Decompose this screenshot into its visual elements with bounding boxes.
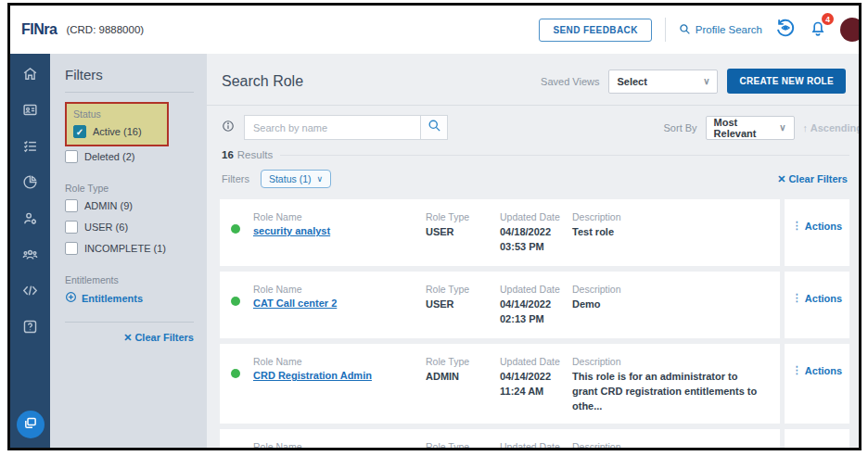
filter-roletype-incomplete[interactable]: INCOMPLETE (1): [65, 242, 194, 255]
nav-profile[interactable]: [22, 103, 39, 120]
nav-reports[interactable]: [22, 175, 39, 192]
description-value: Test role: [572, 225, 765, 240]
checkbox-icon[interactable]: [65, 221, 78, 234]
actions-label: Actions: [805, 293, 842, 304]
crd-number: (CRD: 9888000): [66, 24, 144, 35]
chevron-down-icon: ∨: [316, 174, 323, 184]
main-top-bar: Search Role Saved Views Select ∨ CREATE …: [207, 54, 859, 106]
kebab-menu-icon: ⋮: [792, 220, 802, 232]
column-header-description: Description: [572, 211, 765, 222]
search-submit-button[interactable]: [420, 115, 448, 140]
saved-views-select[interactable]: Select ∨: [608, 70, 718, 94]
actions-label: Actions: [805, 221, 842, 232]
nav-home[interactable]: [22, 67, 39, 83]
header-right: SEND FEEDBACK Profile Search 4: [539, 18, 849, 42]
results-count-row: 16 Results: [207, 147, 859, 166]
ascending-toggle[interactable]: ↑ Ascending: [803, 122, 862, 133]
filter-status-active[interactable]: ✓ Active (16): [73, 125, 160, 138]
column-header-role-name: Role Name: [253, 441, 426, 448]
send-feedback-button[interactable]: SEND FEEDBACK: [539, 19, 651, 42]
info-icon[interactable]: [222, 120, 235, 135]
nav-api[interactable]: [22, 284, 39, 300]
column-header-role-type: Role Type: [426, 441, 500, 448]
kebab-menu-icon: ⋮: [792, 364, 802, 376]
checklist-icon: [22, 138, 38, 158]
body: Filters Status ✓ Active (16) Deleted (2)…: [10, 54, 859, 448]
status-filter-chip[interactable]: Status (1) ∨: [261, 170, 331, 188]
nav-groups[interactable]: [22, 247, 39, 264]
filter-option-label: Active (16): [93, 126, 142, 137]
arrow-up-icon: ↑: [803, 122, 811, 133]
column-header-description: Description: [572, 284, 765, 295]
column-header-role-name: Role Name: [253, 211, 426, 222]
clear-filters-label: Clear Filters: [788, 173, 848, 184]
status-filter-highlight: Status ✓ Active (16): [65, 102, 169, 146]
role-row-card: Role Name security analyst Role Type USE…: [220, 199, 780, 266]
table-row: Role Name CRD Registration Admin Role Ty…: [220, 344, 849, 424]
actions-cell: ⋮ Actions: [785, 429, 849, 448]
clear-filters-link[interactable]: ✕ Clear Filters: [777, 173, 848, 185]
circle-plus-icon: [65, 291, 77, 305]
home-icon: [22, 66, 38, 85]
role-row-card: Role Name Compliance dept Role Type USER…: [220, 429, 780, 448]
checkbox-icon[interactable]: [65, 199, 78, 212]
app-window: FINra (CRD: 9888000) SEND FEEDBACK Profi…: [7, 3, 862, 450]
recently-viewed-button[interactable]: [775, 18, 796, 42]
main-content: Search Role Saved Views Select ∨ CREATE …: [207, 54, 859, 448]
checkbox-icon[interactable]: [65, 150, 78, 163]
sort-by-label: Sort By: [664, 122, 697, 133]
search-input[interactable]: [244, 115, 420, 140]
row-actions-button[interactable]: ⋮ Actions: [792, 364, 842, 376]
active-status-icon: [231, 369, 240, 378]
updated-date-value: 04/14/2022: [500, 298, 572, 312]
close-icon: ✕: [777, 173, 788, 184]
profile-search-label: Profile Search: [696, 24, 762, 35]
page-title: Search Role: [222, 73, 303, 90]
filter-roletype-admin[interactable]: ADMIN (9): [65, 199, 194, 212]
column-header-updated-date: Updated Date: [500, 211, 572, 222]
column-header-role-name: Role Name: [253, 284, 426, 295]
results-count: 16: [222, 149, 234, 160]
checkbox-checked-icon[interactable]: ✓: [73, 125, 86, 138]
notifications-button[interactable]: 4: [809, 19, 827, 41]
status-dot-column: [231, 356, 253, 414]
sort-select[interactable]: Most Relevant ∨: [706, 116, 795, 140]
role-name-link[interactable]: CRD Registration Admin: [253, 370, 426, 381]
filters-row-label: Filters: [222, 173, 249, 184]
filter-option-label: USER (6): [84, 222, 128, 233]
sort-value: Most Relevant: [714, 117, 772, 139]
column-header-role-type: Role Type: [426, 284, 500, 295]
entitlements-section-label: Entitlements: [65, 274, 194, 285]
status-dot-column: [231, 284, 253, 329]
nav-help[interactable]: [22, 320, 39, 336]
history-eye-icon: [775, 18, 796, 42]
filter-option-label: Deleted (2): [84, 151, 134, 162]
actions-label: Actions: [805, 365, 842, 376]
search-icon: [428, 119, 441, 136]
window-switcher-button[interactable]: [17, 411, 45, 438]
filter-roletype-user[interactable]: USER (6): [65, 221, 194, 234]
clear-filters-label: Clear Filters: [134, 332, 194, 343]
saved-views-label: Saved Views: [541, 76, 599, 87]
saved-views-value: Select: [617, 76, 646, 87]
active-status-icon: [231, 297, 240, 306]
profile-search-link[interactable]: Profile Search: [679, 23, 762, 37]
create-new-role-button[interactable]: CREATE NEW ROLE: [727, 69, 846, 94]
checkbox-icon[interactable]: [65, 242, 78, 255]
nav-tasks[interactable]: [22, 139, 39, 156]
header-divider: [665, 18, 666, 42]
panel-clear-filters-link[interactable]: ✕ Clear Filters: [65, 332, 194, 344]
column-header-role-type: Role Type: [426, 356, 500, 367]
row-actions-button[interactable]: ⋮ Actions: [792, 220, 842, 232]
left-nav-rail: [10, 54, 50, 448]
role-name-link[interactable]: CAT Call center 2: [253, 298, 426, 309]
user-avatar[interactable]: [840, 18, 862, 42]
row-actions-button[interactable]: ⋮ Actions: [792, 292, 842, 304]
updated-time-value: 03:53 PM: [500, 240, 572, 255]
filter-status-deleted[interactable]: Deleted (2): [65, 150, 194, 163]
role-name-link[interactable]: security analyst: [253, 225, 426, 236]
nav-user-admin[interactable]: [22, 211, 39, 228]
status-dot-column: [231, 441, 253, 448]
entitlements-add-link[interactable]: Entitlements: [65, 291, 194, 305]
column-header-role-name: Role Name: [253, 356, 426, 367]
